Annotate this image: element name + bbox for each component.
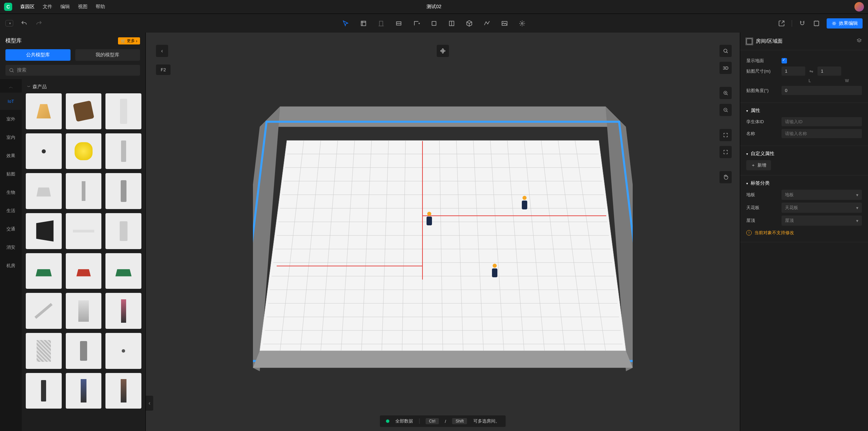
menu-view[interactable]: 视图 xyxy=(78,4,87,10)
angle-tool[interactable]: ▾ xyxy=(412,19,420,27)
model-card[interactable] xyxy=(26,173,62,209)
tab-my-models[interactable]: 我的模型库 xyxy=(75,49,140,61)
focus-button[interactable] xyxy=(719,146,732,158)
kbd-ctrl: Ctrl xyxy=(426,418,439,424)
search-scene-button[interactable] xyxy=(719,45,732,57)
category-up[interactable]: ︿ xyxy=(0,81,22,93)
svg-point-9 xyxy=(833,22,835,24)
person-figure[interactable] xyxy=(520,196,529,210)
model-library-panel: 模型库 🛒 更多 › 公共模型库 我的模型库 搜索 ︿ IoT 室外 室内 效果… xyxy=(0,33,146,431)
floor-tool[interactable] xyxy=(359,19,368,27)
texture-angle-input[interactable] xyxy=(782,86,862,95)
rect-tool[interactable] xyxy=(430,19,438,27)
document-title: 测试02 xyxy=(427,4,441,10)
category-texture[interactable]: 贴图 xyxy=(0,165,22,183)
menu-help[interactable]: 帮助 xyxy=(96,4,105,10)
path-tool[interactable] xyxy=(483,19,491,27)
model-card[interactable] xyxy=(26,93,62,129)
select-tool[interactable] xyxy=(342,19,350,27)
undo-button[interactable] xyxy=(20,19,28,27)
texture-width-input[interactable] xyxy=(817,67,841,76)
category-outdoor[interactable]: 室外 xyxy=(0,110,22,128)
model-card[interactable] xyxy=(105,253,141,289)
link-dimensions-icon[interactable]: ⇋ xyxy=(809,69,813,74)
search-input[interactable]: 搜索 xyxy=(5,65,140,76)
view-mode-toggle[interactable]: 3D xyxy=(719,62,732,74)
deco-tool[interactable] xyxy=(518,19,526,27)
hand-tool-button[interactable] xyxy=(719,171,732,183)
tag-floor-select[interactable]: 地板▾ xyxy=(782,190,862,200)
model-card[interactable] xyxy=(66,173,102,209)
model-card[interactable] xyxy=(66,213,102,249)
collapse-left-panel[interactable]: ‹ xyxy=(146,396,153,411)
model-card[interactable] xyxy=(66,333,102,369)
person-figure[interactable] xyxy=(425,212,434,226)
cube-tool[interactable] xyxy=(465,19,473,27)
model-card[interactable] xyxy=(66,93,102,129)
twin-id-input[interactable] xyxy=(782,117,862,126)
menu-edit[interactable]: 编辑 xyxy=(60,4,70,10)
screenshot-button[interactable] xyxy=(812,19,821,27)
model-card[interactable] xyxy=(105,333,141,369)
door-tool[interactable] xyxy=(377,19,385,27)
back-button[interactable]: ‹ xyxy=(156,45,168,57)
model-card[interactable] xyxy=(66,133,102,169)
more-button[interactable]: 🛒 更多 › xyxy=(118,37,140,44)
name-input[interactable] xyxy=(782,129,862,138)
model-card[interactable] xyxy=(105,373,141,409)
grid-tool[interactable] xyxy=(448,19,456,27)
model-card[interactable] xyxy=(26,373,62,409)
model-card[interactable] xyxy=(66,253,102,289)
category-indoor[interactable]: 室内 xyxy=(0,128,22,147)
model-card[interactable] xyxy=(26,333,62,369)
model-card[interactable] xyxy=(105,133,141,169)
status-indicator-icon xyxy=(386,419,389,423)
export-button[interactable] xyxy=(777,19,786,27)
effect-icon xyxy=(831,21,837,26)
category-effect[interactable]: 效果 xyxy=(0,147,22,165)
magnet-button[interactable] xyxy=(798,19,806,27)
model-card[interactable] xyxy=(26,293,62,329)
model-card[interactable] xyxy=(26,133,62,169)
category-server[interactable]: 机房 xyxy=(0,257,22,275)
section-tags-header[interactable]: ▾标签分类 xyxy=(746,180,862,186)
model-card[interactable] xyxy=(66,373,102,409)
effect-edit-button[interactable]: 效果编辑 xyxy=(827,18,863,29)
add-custom-prop-button[interactable]: ＋ 新增 xyxy=(746,160,771,170)
fullscreen-button[interactable] xyxy=(719,129,732,141)
zoom-in-button[interactable] xyxy=(719,87,732,99)
model-card[interactable] xyxy=(26,253,62,289)
category-life[interactable]: 生活 xyxy=(0,202,22,220)
zoom-out-button[interactable] xyxy=(719,104,732,116)
model-card[interactable] xyxy=(105,213,141,249)
category-bio[interactable]: 生物 xyxy=(0,183,22,202)
tag-roof-select[interactable]: 屋顶▾ xyxy=(782,215,862,226)
show-ground-checkbox[interactable] xyxy=(782,58,787,63)
menu-file[interactable]: 文件 xyxy=(43,4,52,10)
section-props-header[interactable]: ▾属性 xyxy=(746,108,862,114)
model-card[interactable] xyxy=(105,293,141,329)
floor-indicator[interactable]: F2 xyxy=(156,64,171,75)
status-data-label[interactable]: 全部数据 xyxy=(395,418,413,424)
tag-ceiling-select[interactable]: 天花板▾ xyxy=(782,203,862,213)
model-card[interactable] xyxy=(26,213,62,249)
image-tool[interactable] xyxy=(500,19,509,27)
model-card[interactable] xyxy=(66,293,102,329)
person-figure[interactable] xyxy=(490,264,499,278)
tab-public-models[interactable]: 公共模型库 xyxy=(5,49,71,61)
section-custom-header[interactable]: ▾自定义属性 xyxy=(746,151,862,157)
texture-length-input[interactable] xyxy=(782,67,805,76)
grid-section-title[interactable]: ﹀森产品 xyxy=(26,82,141,93)
save-button[interactable]: ▾ xyxy=(5,20,13,26)
view-orbit-button[interactable] xyxy=(437,45,449,57)
user-avatar[interactable] xyxy=(854,2,864,12)
category-safety[interactable]: 消安 xyxy=(0,238,22,257)
detach-panel-button[interactable] xyxy=(856,38,862,44)
window-tool[interactable] xyxy=(395,19,403,27)
category-traffic[interactable]: 交通 xyxy=(0,220,22,238)
model-card[interactable] xyxy=(105,173,141,209)
canvas-viewport[interactable]: ‹ F2 3D xyxy=(146,33,740,431)
redo-button[interactable] xyxy=(35,19,43,27)
category-iot[interactable]: IoT xyxy=(0,93,22,110)
model-card[interactable] xyxy=(105,93,141,129)
